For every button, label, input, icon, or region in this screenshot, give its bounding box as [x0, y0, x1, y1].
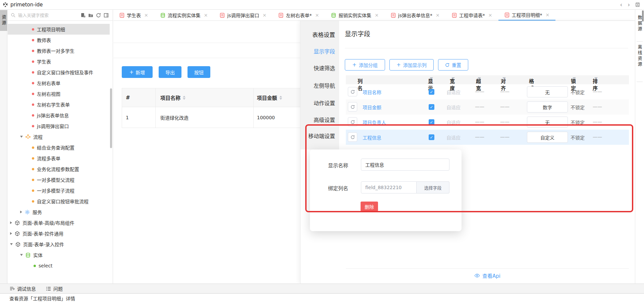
tab-js-popup-form-info[interactable]: js弹出表单信息* ×: [385, 10, 446, 20]
lock-value[interactable]: 不锁定: [571, 89, 585, 95]
close-icon[interactable]: ×: [375, 12, 379, 18]
chevron-down-icon[interactable]: [20, 254, 23, 256]
sort-value[interactable]: ——: [593, 104, 602, 109]
collapse-panel-icon[interactable]: [104, 13, 109, 18]
add-display-column-button[interactable]: +添加显示列: [389, 59, 434, 71]
tree-item[interactable]: 学生表: [8, 56, 110, 67]
new-folder-icon[interactable]: [88, 13, 93, 18]
col-name-header[interactable]: 项目名称: [156, 88, 254, 107]
show-checkbox[interactable]: ✓: [429, 104, 434, 110]
field-name-link[interactable]: 工程信息: [363, 134, 381, 141]
tab-process-entity-set[interactable]: 流程实例实体集 ×: [154, 10, 214, 20]
field-name-link[interactable]: 项目名称: [363, 89, 381, 95]
tree-node-package[interactable]: 页面-表单-高级/布局组件: [8, 217, 110, 228]
tree-item[interactable]: 自定义窗口操作按钮及事件: [8, 67, 110, 78]
tree-item[interactable]: 自定义窗口按钮审批流程: [8, 196, 110, 207]
sort-icon[interactable]: [183, 96, 185, 100]
format-button[interactable]: 无: [527, 86, 568, 97]
sync-field-button[interactable]: [348, 87, 357, 96]
align-value[interactable]: ——: [500, 104, 509, 109]
lock-value[interactable]: 不锁定: [571, 134, 585, 141]
tree-item[interactable]: select: [8, 260, 110, 271]
chevron-right-icon[interactable]: [10, 221, 12, 224]
delete-button[interactable]: 删除: [361, 202, 378, 211]
tab-left-tree-right-form[interactable]: 左树右表单* ×: [272, 10, 325, 20]
align-value[interactable]: ——: [500, 134, 509, 139]
overwide-value[interactable]: ——: [475, 104, 484, 109]
tree-item[interactable]: 流程多表单: [8, 153, 110, 164]
tab-reimburse-entity-set[interactable]: 报销实例实体集 ×: [325, 10, 385, 20]
tree-item[interactable]: 结合业务查询配置: [8, 142, 110, 153]
tab-js-popup-window[interactable]: js调用弹出窗口 ×: [214, 10, 272, 20]
pick-field-button[interactable]: 选择字段: [417, 181, 449, 193]
debug-info-tab[interactable]: 调试信息: [9, 285, 36, 292]
field-row[interactable]: 项目名称 ✓ 自适应 —— —— 无 不锁定 ——: [346, 84, 629, 99]
tab-project-apply-form[interactable]: 工程申请表* ×: [446, 10, 498, 20]
tree-item[interactable]: 左树右表单: [8, 78, 110, 88]
close-icon[interactable]: ×: [204, 12, 208, 18]
show-checkbox[interactable]: ✓: [429, 134, 434, 140]
tree-item[interactable]: 一对多模型父流程: [8, 174, 110, 185]
sync-field-button[interactable]: [348, 132, 357, 142]
width-value[interactable]: 自适应: [446, 119, 461, 126]
tree-item[interactable]: 业务化流程参数配置: [8, 164, 110, 174]
field-row[interactable]: 项目金额 ✓ 自适应 —— —— 数字 不锁定 ——: [346, 99, 629, 115]
tree-node-package[interactable]: 页面-表单-控件通用: [8, 228, 110, 239]
locate-file-icon[interactable]: [80, 13, 86, 18]
bind-column-input[interactable]: [361, 181, 417, 193]
chevron-down-icon[interactable]: [20, 136, 23, 138]
field-row-selected[interactable]: 工程信息 ✓ 自适应 —— —— 自定义 不锁定 ——: [346, 130, 629, 145]
tab-student-table[interactable]: 学生表 ×: [113, 10, 154, 20]
display-name-input[interactable]: [361, 159, 449, 171]
lock-value[interactable]: 不锁定: [571, 104, 585, 111]
close-icon[interactable]: ×: [263, 12, 267, 18]
field-name-link[interactable]: 项目负责人: [363, 119, 386, 126]
format-button[interactable]: 自定义: [527, 132, 568, 143]
problems-tab[interactable]: 问题: [46, 285, 63, 292]
field-name-link[interactable]: 项目金额: [363, 104, 381, 111]
tree-item[interactable]: 一对多模型子流程: [8, 185, 110, 196]
overwide-value[interactable]: ——: [475, 134, 484, 139]
tree-item[interactable]: 教师表: [8, 35, 110, 45]
tree-node-package[interactable]: 页面-表单-录入控件: [8, 239, 110, 250]
format-button[interactable]: 数字: [527, 101, 568, 113]
tree-item[interactable]: 工程项目明细: [8, 24, 110, 35]
sidebar-scrollbar[interactable]: [110, 88, 112, 148]
menu-item-display-fields[interactable]: 显示字段: [314, 47, 335, 55]
export-button[interactable]: 导出: [159, 66, 181, 78]
tree-item[interactable]: 教师表一对多学生: [8, 45, 110, 56]
sort-value[interactable]: ——: [593, 119, 602, 124]
menu-item-advanced-settings[interactable]: 高级设置: [314, 116, 335, 124]
sort-icon[interactable]: [279, 96, 282, 100]
sort-value[interactable]: ——: [593, 89, 602, 94]
lock-value[interactable]: 不锁定: [571, 119, 585, 126]
overwide-value[interactable]: ——: [475, 89, 484, 94]
tree-node-services[interactable]: 服务: [8, 207, 110, 217]
show-checkbox[interactable]: ✓: [429, 89, 434, 95]
sync-field-button[interactable]: [348, 117, 357, 127]
rail-tab-offline-resources[interactable]: 离线资源: [635, 45, 644, 68]
chevron-right-icon[interactable]: [20, 211, 22, 213]
rail-tab-datasource[interactable]: 数据源: [635, 15, 644, 32]
close-icon[interactable]: ×: [488, 12, 492, 18]
menu-item-action-settings[interactable]: 动作设置: [314, 99, 335, 107]
sort-value[interactable]: ——: [593, 134, 602, 139]
tree-node-entity[interactable]: 实体: [8, 250, 110, 260]
close-icon[interactable]: ×: [144, 12, 148, 18]
add-button[interactable]: +新增: [122, 66, 153, 78]
tree-node-flow[interactable]: 流程: [8, 131, 110, 142]
chevron-down-icon[interactable]: [10, 243, 13, 245]
tree-item[interactable]: js弹出表单信息: [8, 110, 110, 121]
sync-field-button[interactable]: [348, 102, 357, 112]
refresh-icon[interactable]: [96, 13, 101, 18]
width-value[interactable]: 自适应: [446, 104, 461, 111]
width-value[interactable]: 自适应: [446, 134, 461, 141]
history-forward-icon[interactable]: ›: [628, 2, 630, 8]
tree-item[interactable]: 左树右学生表单: [8, 99, 110, 110]
menu-item-quick-filter[interactable]: 快速筛选: [314, 64, 335, 72]
rail-tab-resources[interactable]: 资源: [0, 10, 7, 31]
menu-item-left-nav[interactable]: 左侧导航: [314, 81, 335, 89]
close-icon[interactable]: ×: [315, 12, 319, 18]
close-icon[interactable]: ×: [436, 12, 440, 18]
align-value[interactable]: ——: [500, 119, 509, 124]
